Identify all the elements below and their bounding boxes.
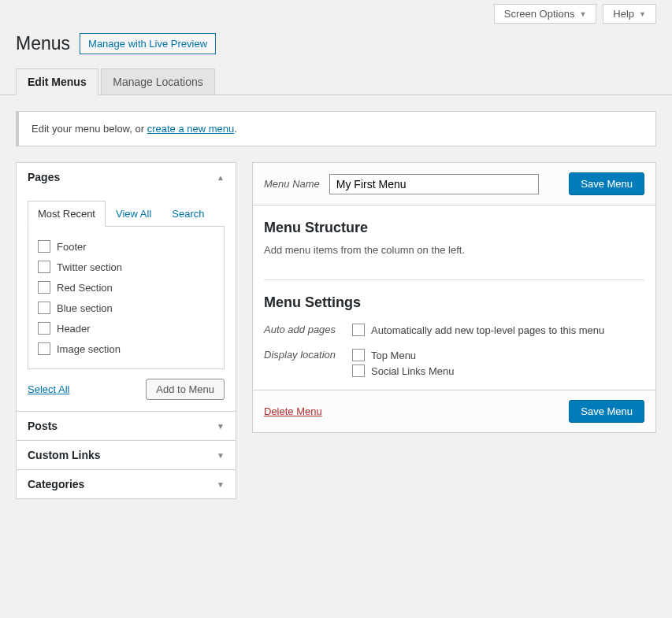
panel-custom-links-toggle[interactable]: Custom Links ▼ xyxy=(17,441,236,469)
checkbox[interactable] xyxy=(38,240,50,253)
checkbox[interactable] xyxy=(38,322,50,335)
chevron-down-icon: ▼ xyxy=(217,422,225,431)
page-title: Menus xyxy=(16,33,70,54)
live-preview-button[interactable]: Manage with Live Preview xyxy=(80,33,216,54)
display-location-label: Display location xyxy=(264,347,343,361)
page-item[interactable]: Footer xyxy=(38,236,214,257)
select-all-link[interactable]: Select All xyxy=(28,383,69,395)
create-menu-link[interactable]: create a new menu xyxy=(147,123,235,135)
notice-prefix: Edit your menu below, or xyxy=(32,123,147,135)
panel-categories-title: Categories xyxy=(28,478,84,490)
divider xyxy=(264,279,644,280)
checkbox[interactable] xyxy=(38,261,50,273)
chevron-down-icon: ▼ xyxy=(579,10,586,18)
checkbox[interactable] xyxy=(38,342,50,355)
checkbox[interactable] xyxy=(38,281,50,294)
panel-categories-toggle[interactable]: Categories ▼ xyxy=(17,470,236,498)
checkbox[interactable] xyxy=(352,349,365,361)
panel-posts-toggle[interactable]: Posts ▼ xyxy=(17,412,236,440)
pages-list: Footer Twitter section Red Section Blue … xyxy=(28,227,225,369)
chevron-down-icon: ▼ xyxy=(217,451,225,460)
checkbox[interactable] xyxy=(352,324,365,336)
notice-banner: Edit your menu below, or create a new me… xyxy=(16,111,656,146)
auto-add-label: Auto add pages xyxy=(264,322,343,335)
screen-options-button[interactable]: Screen Options ▼ xyxy=(494,4,597,24)
notice-suffix: . xyxy=(234,123,237,135)
panel-pages-toggle[interactable]: Pages ▲ xyxy=(17,163,236,191)
add-to-menu-button[interactable]: Add to Menu xyxy=(146,379,225,400)
panel-posts-title: Posts xyxy=(28,420,58,432)
pages-tab-recent[interactable]: Most Recent xyxy=(28,201,106,227)
delete-menu-link[interactable]: Delete Menu xyxy=(264,405,322,417)
menu-structure-heading: Menu Structure xyxy=(264,220,644,236)
panel-pages-title: Pages xyxy=(28,171,60,183)
page-item[interactable]: Twitter section xyxy=(38,257,214,277)
menu-name-label: Menu Name xyxy=(264,178,320,190)
page-item[interactable]: Header xyxy=(38,318,214,339)
pages-tab-search[interactable]: Search xyxy=(162,201,214,227)
chevron-down-icon: ▼ xyxy=(639,10,646,18)
page-item[interactable]: Image section xyxy=(38,339,214,359)
save-menu-button-bottom[interactable]: Save Menu xyxy=(569,400,644,423)
help-label: Help xyxy=(613,8,634,20)
help-button[interactable]: Help ▼ xyxy=(603,4,656,24)
tab-manage-locations[interactable]: Manage Locations xyxy=(101,68,214,94)
panel-custom-links-title: Custom Links xyxy=(28,449,101,461)
menu-structure-instructions: Add menu items from the column on the le… xyxy=(264,244,644,256)
menu-name-input[interactable] xyxy=(329,174,539,194)
checkbox[interactable] xyxy=(352,365,365,377)
menu-settings-heading: Menu Settings xyxy=(264,294,644,311)
page-item[interactable]: Blue section xyxy=(38,298,214,318)
pages-tab-viewall[interactable]: View All xyxy=(106,201,162,227)
tab-edit-menus[interactable]: Edit Menus xyxy=(16,68,98,95)
checkbox[interactable] xyxy=(38,302,50,314)
screen-options-label: Screen Options xyxy=(504,8,575,20)
display-option[interactable]: Top Menu xyxy=(352,347,455,363)
auto-add-option[interactable]: Automatically add new top-level pages to… xyxy=(352,322,604,338)
chevron-up-icon: ▲ xyxy=(217,173,225,182)
save-menu-button-top[interactable]: Save Menu xyxy=(569,172,644,195)
page-item[interactable]: Red Section xyxy=(38,277,214,298)
chevron-down-icon: ▼ xyxy=(217,480,225,489)
display-option[interactable]: Social Links Menu xyxy=(352,363,455,379)
